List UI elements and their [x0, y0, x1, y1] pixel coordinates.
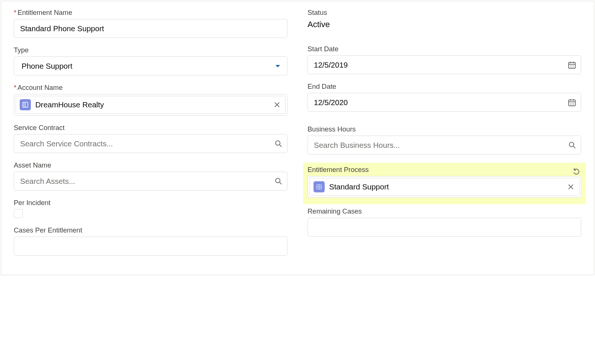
end-date-field: End Date [308, 82, 581, 112]
per-incident-label: Per Incident [14, 199, 287, 207]
entitlement-process-lookup[interactable]: Standard Support [308, 176, 581, 198]
entitlement-process-icon [313, 181, 325, 192]
end-date-input[interactable] [308, 93, 581, 112]
account-icon [20, 99, 31, 110]
start-date-input[interactable] [308, 55, 581, 74]
svg-point-12 [573, 65, 574, 66]
cases-per-entitlement-input[interactable] [14, 237, 287, 256]
undo-icon[interactable] [572, 167, 580, 175]
account-name-pill: DreamHouse Realty [16, 96, 286, 114]
per-incident-field: Per Incident [14, 199, 287, 218]
entitlement-process-field: Entitlement Process Standard Support [303, 163, 586, 204]
svg-point-21 [572, 104, 572, 105]
clear-entitlement-process-icon[interactable] [566, 182, 575, 191]
business-hours-input[interactable] [308, 136, 581, 155]
calendar-icon[interactable] [568, 98, 576, 107]
svg-point-19 [573, 103, 574, 104]
service-contract-label: Service Contract [14, 124, 287, 132]
svg-rect-5 [24, 106, 25, 107]
entitlement-process-value: Standard Support [329, 182, 562, 191]
entitlement-name-label: Entitlement Name [14, 9, 287, 17]
per-incident-checkbox[interactable] [14, 209, 23, 218]
remaining-cases-input[interactable] [308, 218, 581, 237]
calendar-icon[interactable] [568, 61, 576, 69]
svg-rect-1 [24, 103, 25, 104]
account-name-label: Account Name [14, 84, 287, 92]
svg-rect-2 [25, 103, 26, 104]
svg-point-14 [572, 67, 572, 68]
account-name-field: Account Name DreamHouse Realty [14, 84, 287, 116]
svg-rect-3 [24, 104, 25, 105]
type-label: Type [14, 46, 287, 54]
svg-point-13 [570, 67, 571, 68]
entitlement-form: Entitlement Name Type Phone Support Acco… [1, 1, 594, 275]
entitlement-name-input[interactable] [14, 19, 287, 38]
right-column: Status Active Start Date End Date Busin [308, 9, 581, 264]
status-label: Status [308, 9, 581, 17]
end-date-label: End Date [308, 82, 581, 91]
type-field: Type Phone Support [14, 46, 287, 75]
svg-rect-6 [25, 106, 26, 107]
cases-per-entitlement-label: Cases Per Entitlement [14, 226, 287, 234]
business-hours-field: Business Hours [308, 125, 581, 155]
asset-name-field: Asset Name [14, 161, 287, 191]
entitlement-name-field: Entitlement Name [14, 9, 287, 38]
left-column: Entitlement Name Type Phone Support Acco… [14, 9, 287, 264]
remaining-cases-label: Remaining Cases [308, 207, 581, 215]
start-date-label: Start Date [308, 45, 581, 53]
svg-rect-4 [25, 104, 26, 105]
entitlement-process-pill: Standard Support [309, 178, 579, 196]
service-contract-field: Service Contract [14, 124, 287, 153]
start-date-field: Start Date [308, 45, 581, 74]
type-select[interactable]: Phone Support [14, 56, 287, 75]
svg-point-20 [570, 104, 571, 105]
asset-name-input[interactable] [14, 172, 287, 191]
caret-down-icon [275, 64, 280, 68]
account-name-value: DreamHouse Realty [35, 100, 268, 109]
account-name-lookup[interactable]: DreamHouse Realty [14, 94, 287, 116]
remaining-cases-field: Remaining Cases [308, 207, 581, 237]
status-value: Active [308, 19, 581, 29]
type-value: Phone Support [22, 62, 73, 71]
svg-point-10 [570, 65, 571, 66]
svg-point-22 [573, 104, 574, 105]
svg-point-17 [570, 103, 571, 104]
svg-point-18 [572, 103, 572, 104]
business-hours-label: Business Hours [308, 125, 581, 133]
svg-point-15 [573, 67, 574, 68]
cases-per-entitlement-field: Cases Per Entitlement [14, 226, 287, 256]
asset-name-label: Asset Name [14, 161, 287, 169]
entitlement-process-label: Entitlement Process [308, 166, 581, 174]
clear-account-icon[interactable] [273, 100, 282, 109]
service-contract-input[interactable] [14, 134, 287, 153]
svg-point-11 [572, 65, 572, 66]
status-field: Status Active [308, 9, 581, 29]
